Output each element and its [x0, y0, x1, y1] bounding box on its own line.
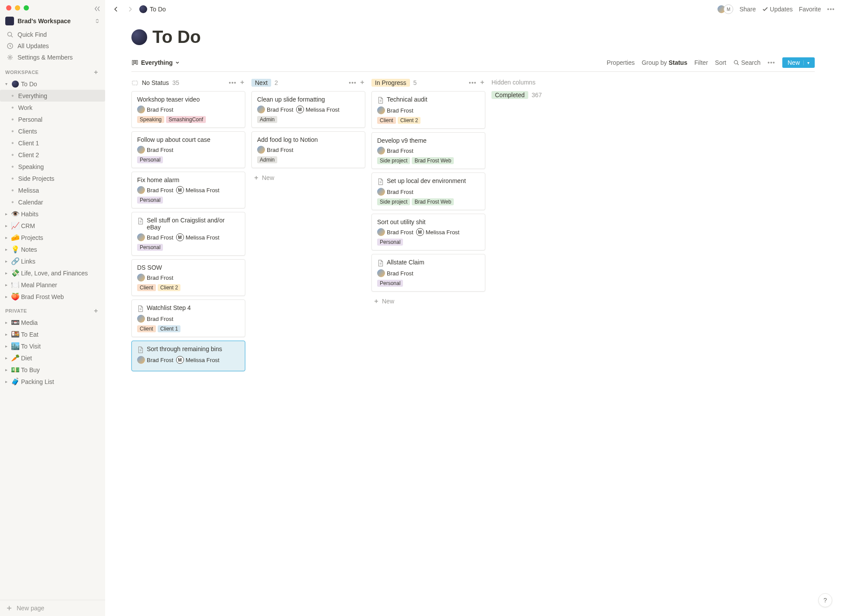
column-add-button[interactable] — [479, 79, 485, 86]
empty-status-icon — [131, 79, 138, 86]
new-page-button[interactable]: New page — [0, 600, 105, 616]
sidebar-page[interactable]: ▾To Do — [0, 78, 105, 90]
presence-avatars[interactable]: M — [719, 4, 733, 14]
sidebar-subpage[interactable]: •Clients — [0, 125, 105, 137]
column-header[interactable]: Next2••• — [251, 77, 365, 91]
sidebar-page[interactable]: ▸📈CRM — [0, 220, 105, 232]
assignee: Brad Frost — [257, 106, 293, 113]
sort-button[interactable]: Sort — [715, 59, 726, 66]
caret-right-icon[interactable]: ▸ — [3, 331, 10, 338]
sidebar-page[interactable]: ▸📼Media — [0, 317, 105, 328]
board-card[interactable]: Add food log to NotionBrad FrostAdmin — [251, 131, 365, 168]
filter-button[interactable]: Filter — [694, 59, 708, 66]
page-icon-moon[interactable] — [131, 29, 147, 45]
board-card[interactable]: Sell stuff on Craigslist and/or eBayBrad… — [131, 212, 245, 256]
board-card[interactable]: Sort through remaining binsBrad FrostMMe… — [131, 341, 245, 371]
column-add-button[interactable] — [239, 79, 245, 86]
board-card[interactable]: Fix home alarmBrad FrostMMelissa FrostPe… — [131, 172, 245, 208]
add-card-button[interactable]: New — [371, 295, 485, 307]
column-header[interactable]: No Status35••• — [131, 77, 245, 91]
sidebar-page[interactable]: ▸🧳Packing List — [0, 376, 105, 387]
hidden-column-item[interactable]: Completed367 — [491, 91, 605, 99]
tag: Personal — [377, 239, 403, 246]
sidebar-subpage[interactable]: •Work — [0, 102, 105, 113]
sidebar-page[interactable]: ▸🍱To Eat — [0, 328, 105, 340]
caret-right-icon[interactable]: ▸ — [3, 211, 10, 218]
view-selector[interactable]: Everything — [131, 59, 180, 66]
board-card[interactable]: Watchlist Step 4Brad FrostClientClient 1 — [131, 299, 245, 337]
caret-right-icon[interactable]: ▸ — [3, 282, 10, 289]
window-maximize[interactable] — [24, 5, 29, 11]
sidebar-subpage[interactable]: •Speaking — [0, 161, 105, 172]
caret-right-icon[interactable]: ▸ — [3, 270, 10, 277]
properties-button[interactable]: Properties — [607, 59, 635, 66]
all-updates[interactable]: All Updates — [2, 40, 103, 52]
column-more-button[interactable]: ••• — [469, 79, 477, 86]
board-card[interactable]: DS SOWBrad FrostClientClient 2 — [131, 259, 245, 296]
caret-right-icon[interactable]: ▸ — [3, 319, 10, 326]
add-card-button[interactable]: New — [251, 172, 365, 184]
board-card[interactable]: Allstate ClaimBrad FrostPersonal — [371, 254, 485, 292]
favorite-button[interactable]: Favorite — [799, 6, 821, 13]
caret-right-icon[interactable]: ▸ — [3, 378, 10, 385]
sidebar-page[interactable]: ▸🍑Brad Frost Web — [0, 291, 105, 303]
caret-right-icon[interactable]: ▸ — [3, 258, 10, 265]
page-title-text[interactable]: To Do — [152, 27, 201, 47]
column-header[interactable]: In Progress5••• — [371, 77, 485, 91]
sidebar-page[interactable]: ▸👁️Habits — [0, 208, 105, 220]
column-more-button[interactable]: ••• — [349, 79, 357, 86]
column-add-button[interactable] — [359, 79, 365, 86]
breadcrumb[interactable]: To Do — [139, 5, 166, 13]
caret-right-icon[interactable]: ▸ — [3, 222, 10, 229]
sidebar-page[interactable]: ▸💸Life, Love, and Finances — [0, 267, 105, 279]
add-private-page-button[interactable] — [92, 307, 100, 315]
board-card[interactable]: Technical auditBrad FrostClientClient 2 — [371, 91, 485, 129]
sidebar-page[interactable]: ▸🍽️Meal Planner — [0, 279, 105, 291]
sidebar-subpage[interactable]: •Personal — [0, 113, 105, 125]
window-minimize[interactable] — [15, 5, 20, 11]
sidebar-page[interactable]: ▸💵To Buy — [0, 364, 105, 376]
board-card[interactable]: Set up local dev environmentBrad FrostSi… — [371, 172, 485, 210]
sidebar-subpage[interactable]: •Client 2 — [0, 149, 105, 161]
board-card[interactable]: Workshop teaser videoBrad FrostSpeakingS… — [131, 91, 245, 128]
sidebar-page[interactable]: ▸🔗Links — [0, 255, 105, 267]
page-emoji-icon — [11, 80, 19, 88]
sidebar-subpage[interactable]: •Client 1 — [0, 137, 105, 149]
nav-back-button[interactable] — [111, 4, 121, 14]
sidebar-subpage[interactable]: •Everything — [0, 90, 105, 102]
sidebar-page[interactable]: ▸🧀Projects — [0, 232, 105, 243]
board-card[interactable]: Sort out utility shitBrad FrostMMelissa … — [371, 214, 485, 250]
view-more-button[interactable]: ••• — [767, 59, 775, 66]
sidebar-subpage[interactable]: •Calendar — [0, 196, 105, 208]
caret-right-icon[interactable]: ▸ — [3, 366, 10, 373]
board-card[interactable]: Follow up about court caseBrad FrostPers… — [131, 131, 245, 168]
add-workspace-page-button[interactable] — [92, 68, 100, 76]
hidden-columns-label[interactable]: Hidden columns — [491, 77, 605, 88]
window-close[interactable] — [6, 5, 11, 11]
settings-members[interactable]: Settings & Members — [2, 52, 103, 63]
sidebar-subpage[interactable]: •Side Projects — [0, 172, 105, 184]
board-card[interactable]: Clean up slide formattingBrad FrostMMeli… — [251, 91, 365, 128]
sidebar-page[interactable]: ▸🥕Diet — [0, 352, 105, 364]
nav-forward-button[interactable] — [125, 4, 135, 14]
help-button[interactable]: ? — [818, 593, 832, 607]
collapse-sidebar-icon[interactable] — [94, 5, 101, 12]
caret-right-icon[interactable]: ▸ — [3, 343, 10, 350]
sidebar-page[interactable]: ▸💡Notes — [0, 243, 105, 255]
caret-down-icon[interactable]: ▾ — [3, 81, 10, 88]
more-menu-button[interactable]: ••• — [827, 6, 835, 13]
caret-right-icon[interactable]: ▸ — [3, 293, 10, 300]
sidebar-page[interactable]: ▸🏙️To Visit — [0, 340, 105, 352]
updates-button[interactable]: Updates — [762, 6, 793, 13]
quick-find[interactable]: Quick Find — [2, 29, 103, 40]
group-by-button[interactable]: Group by Status — [642, 59, 687, 66]
caret-right-icon[interactable]: ▸ — [3, 246, 10, 253]
workspace-switcher[interactable]: Brad's Workspace — [0, 14, 105, 28]
sidebar-subpage[interactable]: •Melissa — [0, 184, 105, 196]
column-more-button[interactable]: ••• — [229, 79, 237, 86]
share-button[interactable]: Share — [739, 6, 756, 13]
new-record-button[interactable]: New ▾ — [782, 57, 815, 68]
board-card[interactable]: Develop v9 themeBrad FrostSide projectBr… — [371, 132, 485, 169]
caret-right-icon[interactable]: ▸ — [3, 234, 10, 241]
caret-right-icon[interactable]: ▸ — [3, 355, 10, 362]
